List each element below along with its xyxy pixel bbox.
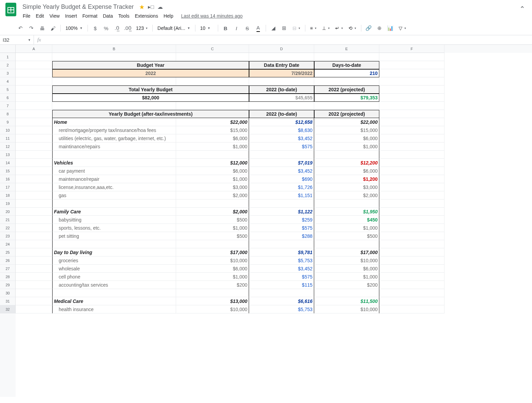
cell[interactable]: [16, 126, 52, 134]
row-header-7[interactable]: 7: [0, 102, 16, 110]
cell[interactable]: [16, 216, 52, 224]
row-header-16[interactable]: 16: [0, 175, 16, 183]
cell[interactable]: Days-to-date: [314, 61, 379, 69]
cell[interactable]: [16, 151, 52, 159]
cell[interactable]: [314, 53, 379, 61]
cell[interactable]: $22,000: [314, 118, 379, 126]
cell[interactable]: [16, 232, 52, 240]
cell[interactable]: [379, 273, 444, 281]
cell[interactable]: [249, 53, 314, 61]
cell[interactable]: Vehicles: [52, 159, 176, 167]
cell[interactable]: [379, 102, 444, 110]
row-header-9[interactable]: 9: [0, 118, 16, 126]
cell[interactable]: [379, 53, 444, 61]
row-header-20[interactable]: 20: [0, 208, 16, 216]
row-header-14[interactable]: 14: [0, 159, 16, 167]
cell[interactable]: 7/29/2022: [249, 69, 314, 77]
cell[interactable]: Medical Care: [52, 297, 176, 305]
cell[interactable]: [249, 199, 314, 208]
cell[interactable]: $2,000: [176, 191, 249, 199]
cell[interactable]: $288: [249, 232, 314, 240]
row-header-11[interactable]: 11: [0, 134, 16, 142]
font-select[interactable]: Default (Ari...▼: [155, 23, 192, 33]
cell[interactable]: [379, 224, 444, 232]
borders-button[interactable]: ⊞: [280, 23, 289, 33]
row-header-24[interactable]: 24: [0, 240, 16, 248]
cell[interactable]: [379, 110, 444, 118]
cell[interactable]: [379, 240, 444, 248]
paint-format-button[interactable]: 🖌: [48, 23, 58, 33]
star-icon[interactable]: ★: [139, 3, 145, 11]
cell[interactable]: $3,000: [176, 183, 249, 191]
undo-button[interactable]: ↶: [16, 23, 25, 33]
cell[interactable]: $1,000: [314, 273, 379, 281]
merge-cells-button[interactable]: ⊟▾: [290, 23, 302, 33]
cell[interactable]: $2,000: [314, 191, 379, 199]
col-header-B[interactable]: B: [52, 45, 176, 53]
cell[interactable]: [16, 110, 52, 118]
cell[interactable]: Yearly Budget (after-tax/investments): [52, 110, 249, 118]
cell[interactable]: $6,616: [249, 297, 314, 305]
cell[interactable]: 2022 (to-date): [249, 85, 314, 94]
cell[interactable]: [314, 240, 379, 248]
cell[interactable]: $1,726: [249, 183, 314, 191]
cell[interactable]: $12,200: [314, 159, 379, 167]
cell[interactable]: [249, 151, 314, 159]
fill-color-button[interactable]: ◢: [269, 23, 278, 33]
cell[interactable]: $1,000: [314, 142, 379, 151]
row-header-21[interactable]: 21: [0, 216, 16, 224]
cell[interactable]: utilities (electric, gas, water, garbage…: [52, 134, 176, 142]
cell[interactable]: $1,000: [176, 224, 249, 232]
cell[interactable]: [379, 281, 444, 289]
cell[interactable]: [16, 199, 52, 208]
cell[interactable]: [314, 102, 379, 110]
cell[interactable]: maintenance/repair: [52, 175, 176, 183]
rotate-button[interactable]: ⟲▾: [346, 23, 358, 33]
cell[interactable]: [379, 289, 444, 297]
cell[interactable]: [379, 126, 444, 134]
strikethrough-button[interactable]: S: [243, 23, 252, 33]
cell[interactable]: [314, 151, 379, 159]
col-header-A[interactable]: A: [16, 45, 52, 53]
cell[interactable]: [16, 273, 52, 281]
chart-button[interactable]: 📊: [386, 23, 395, 33]
row-header-28[interactable]: 28: [0, 273, 16, 281]
cell[interactable]: [16, 142, 52, 151]
cell[interactable]: [16, 53, 52, 61]
cell[interactable]: 2022 (to-date): [249, 110, 314, 118]
menu-file[interactable]: File: [20, 12, 33, 20]
cell[interactable]: sports, lessons, etc.: [52, 224, 176, 232]
cell[interactable]: $1,950: [314, 208, 379, 216]
cell[interactable]: [52, 289, 176, 297]
cell[interactable]: [16, 61, 52, 69]
cell[interactable]: [16, 175, 52, 183]
cell[interactable]: [379, 297, 444, 305]
row-header-19[interactable]: 19: [0, 199, 16, 208]
cell[interactable]: Budget Year: [52, 61, 249, 69]
cell[interactable]: [379, 94, 444, 102]
cell[interactable]: [176, 151, 249, 159]
cell[interactable]: $1,000: [176, 142, 249, 151]
cell[interactable]: [52, 199, 176, 208]
cell[interactable]: [379, 69, 444, 77]
col-header-D[interactable]: D: [249, 45, 314, 53]
col-header-C[interactable]: C: [176, 45, 249, 53]
row-header-27[interactable]: 27: [0, 265, 16, 273]
cell[interactable]: [314, 77, 379, 85]
cell[interactable]: [16, 69, 52, 77]
cell[interactable]: [176, 102, 249, 110]
cell[interactable]: [52, 240, 176, 248]
cell[interactable]: [16, 191, 52, 199]
row-header-26[interactable]: 26: [0, 256, 16, 265]
menu-help[interactable]: Help: [161, 12, 176, 20]
cell[interactable]: 2022 (projected): [314, 85, 379, 94]
cell[interactable]: $12,000: [176, 159, 249, 167]
cell[interactable]: Total Yearly Budget: [52, 85, 249, 94]
row-header-30[interactable]: 30: [0, 289, 16, 297]
cell[interactable]: $11,500: [314, 297, 379, 305]
cell[interactable]: [16, 134, 52, 142]
cell[interactable]: [16, 248, 52, 256]
cell[interactable]: $5,753: [249, 256, 314, 265]
row-header-5[interactable]: 5: [0, 85, 16, 94]
cell[interactable]: [16, 208, 52, 216]
